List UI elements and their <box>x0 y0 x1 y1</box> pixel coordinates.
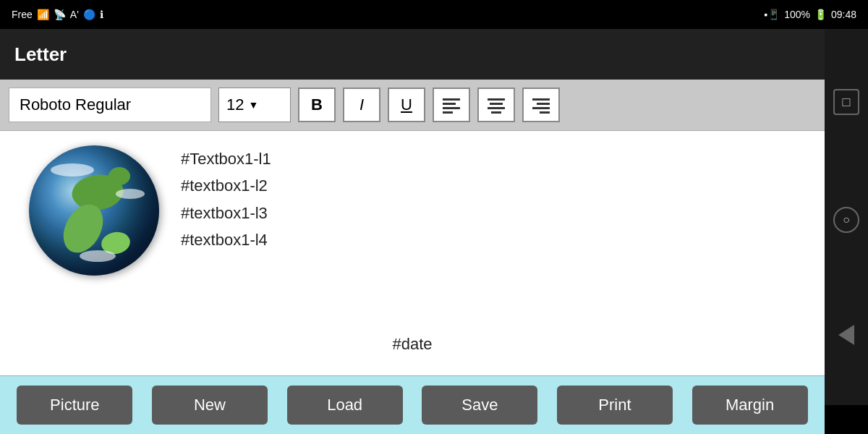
textbox-line1: #Textbox1-l1 <box>181 145 271 172</box>
textbox-line4: #textbox1-l4 <box>181 226 271 253</box>
main-area: Roboto Regular 12 ▼ B I U <box>0 80 825 434</box>
carrier-label: Free <box>12 9 33 20</box>
font-size-selector[interactable]: 12 ▼ <box>218 88 291 122</box>
date-field: #date <box>392 335 432 354</box>
italic-button[interactable]: I <box>343 88 380 122</box>
app-title: Letter <box>14 43 67 66</box>
wifi-icon: 📡 <box>54 9 66 20</box>
circle-icon[interactable]: ○ <box>833 207 859 233</box>
svg-rect-2 <box>443 107 460 109</box>
document-canvas[interactable]: #Textbox1-l1 #textbox1-l2 #textbox1-l3 #… <box>0 130 825 376</box>
status-left: Free 📶 📡 A' 🔵 ℹ <box>12 9 103 20</box>
svg-rect-0 <box>443 98 460 101</box>
svg-rect-3 <box>443 111 453 114</box>
new-button[interactable]: New <box>152 386 268 425</box>
save-button[interactable]: Save <box>422 386 537 425</box>
print-button[interactable]: Print <box>557 386 673 425</box>
align-center-button[interactable] <box>477 88 515 122</box>
svg-rect-6 <box>488 107 505 109</box>
textbox-line2: #textbox1-l2 <box>181 172 271 199</box>
battery-percent: 100% <box>784 9 810 20</box>
formatting-toolbar: Roboto Regular 12 ▼ B I U <box>0 80 825 130</box>
square-icon[interactable]: □ <box>833 89 859 115</box>
side-navigation: □ ○ <box>825 29 868 405</box>
bottom-toolbar: Picture New Load Save Print Margin <box>0 376 825 434</box>
earth-image <box>29 145 159 276</box>
margin-button[interactable]: Margin <box>692 386 808 425</box>
svg-rect-10 <box>532 107 550 109</box>
align-left-button[interactable] <box>433 88 470 122</box>
picture-button[interactable]: Picture <box>17 386 132 425</box>
info-icon: 🔵 <box>83 9 95 20</box>
svg-rect-7 <box>491 111 501 114</box>
svg-rect-11 <box>540 111 550 114</box>
font-size-arrow: ▼ <box>248 99 258 111</box>
svg-rect-5 <box>490 103 503 105</box>
svg-rect-4 <box>488 98 505 101</box>
back-icon[interactable] <box>838 325 854 345</box>
svg-rect-9 <box>537 103 550 105</box>
carrier-brand: A' <box>70 9 79 20</box>
textbox-content: #Textbox1-l1 #textbox1-l2 #textbox1-l3 #… <box>181 145 271 254</box>
font-size-value: 12 <box>226 95 244 114</box>
underline-button[interactable]: U <box>388 88 425 122</box>
textbox-line3: #textbox1-l3 <box>181 200 271 226</box>
status-bar: Free 📶 📡 A' 🔵 ℹ ▪📱 100% 🔋 09:48 <box>0 0 868 29</box>
svg-rect-1 <box>443 103 456 105</box>
sim-icon: ▪📱 <box>764 9 780 20</box>
align-right-button[interactable] <box>522 88 560 122</box>
bold-button[interactable]: B <box>298 88 336 122</box>
clock: 09:48 <box>831 9 856 20</box>
battery-icon: 🔋 <box>814 9 827 20</box>
alert-icon: ℹ <box>100 9 103 20</box>
load-button[interactable]: Load <box>287 386 403 425</box>
signal-icon: 📶 <box>37 9 49 20</box>
svg-rect-8 <box>532 98 550 101</box>
font-family-value: Roboto Regular <box>20 95 131 114</box>
title-bar: Letter ⋮ <box>0 29 868 80</box>
status-right: ▪📱 100% 🔋 09:48 <box>764 9 856 20</box>
font-family-selector[interactable]: Roboto Regular <box>9 88 211 122</box>
